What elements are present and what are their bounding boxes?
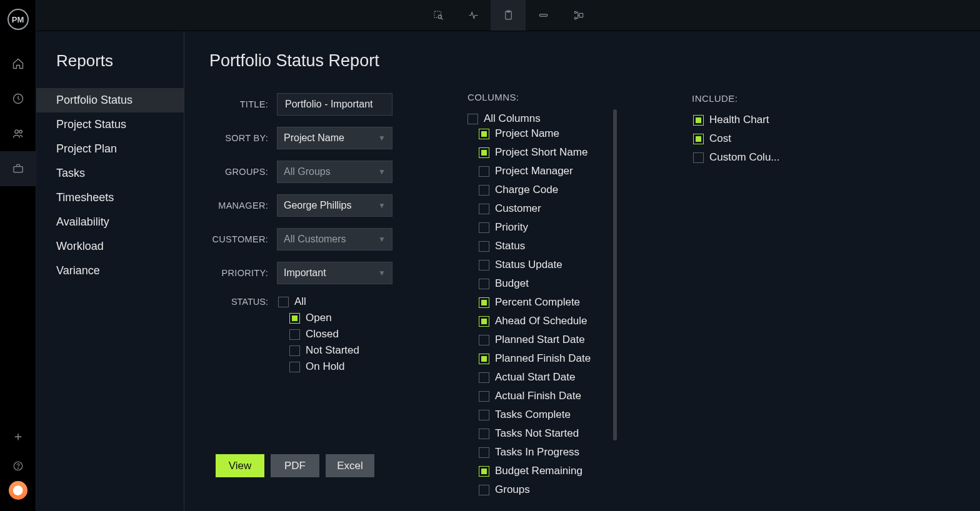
title-input[interactable] [277,93,392,116]
column-option-customer[interactable]: Customer [479,202,591,215]
top-clipboard-icon[interactable] [491,0,526,31]
columns-scrollbar[interactable] [613,109,617,499]
svg-point-1 [14,130,18,134]
column-option-tasks-in-progress[interactable]: Tasks In Progress [479,446,591,459]
column-option-planned-start-date[interactable]: Planned Start Date [479,334,591,346]
column-option-status[interactable]: Status [479,240,591,252]
checkbox-icon [289,345,300,356]
column-option-actual-start-date[interactable]: Actual Start Date [479,371,591,384]
groups-select[interactable]: All Groups▼ [277,161,392,183]
column-option-budget-remaining[interactable]: Budget Remaining [479,465,591,477]
all-columns-checkbox[interactable]: All Columns [468,112,591,125]
nav-time-icon[interactable] [0,81,36,116]
columns-header: COLUMNS: [468,92,591,102]
groups-label: GROUPS: [209,167,277,177]
column-option-budget[interactable]: Budget [479,277,591,290]
checkbox-icon [693,134,704,144]
top-search-icon[interactable] [421,0,456,31]
user-avatar[interactable] [9,481,28,500]
checkbox-icon [479,129,489,139]
top-flow-icon[interactable] [561,0,596,31]
top-attach-icon[interactable] [526,0,561,31]
column-option-priority[interactable]: Priority [479,221,591,234]
checkbox-icon [479,166,489,177]
checkbox-icon [278,297,289,307]
checkbox-icon [693,152,704,163]
column-option-tasks-not-started[interactable]: Tasks Not Started [479,427,591,440]
checkbox-icon [479,466,489,477]
status-option-not-started[interactable]: Not Started [289,344,359,357]
column-option-tasks-complete[interactable]: Tasks Complete [479,409,591,421]
status-label: STATUS: [209,295,277,307]
checkbox-icon [479,447,489,458]
excel-button[interactable]: Excel [326,454,374,477]
report-item-timesheets[interactable]: Timesheets [36,186,184,210]
manager-label: MANAGER: [209,201,277,211]
manager-select[interactable]: George Phillips▼ [277,194,392,217]
pdf-button[interactable]: PDF [271,454,319,477]
sort-label: SORT BY: [209,133,277,143]
checkbox-icon [479,391,489,402]
report-item-variance[interactable]: Variance [36,259,184,283]
column-option-status-update[interactable]: Status Update [479,259,591,271]
icon-rail: PM ＋ [0,0,36,511]
svg-rect-8 [505,11,511,19]
column-option-planned-finish-date[interactable]: Planned Finish Date [479,352,591,365]
status-option-on-hold[interactable]: On Hold [289,360,359,373]
checkbox-icon [479,222,489,233]
top-activity-icon[interactable] [456,0,491,31]
report-item-tasks[interactable]: Tasks [36,161,184,186]
report-item-availability[interactable]: Availability [36,210,184,234]
checkbox-icon [479,429,489,439]
checkbox-icon [479,485,489,495]
column-option-project-manager[interactable]: Project Manager [479,165,591,177]
page-title: Portfolio Status Report [209,51,955,71]
include-header: INCLUDE: [692,93,779,104]
column-option-ahead-of-schedule[interactable]: Ahead Of Schedule [479,315,591,327]
svg-point-2 [19,131,22,133]
column-option-actual-finish-date[interactable]: Actual Finish Date [479,390,591,402]
report-item-project-status[interactable]: Project Status [36,112,184,137]
svg-rect-3 [13,167,22,172]
column-option-charge-code[interactable]: Charge Code [479,184,591,196]
status-option-open[interactable]: Open [289,312,359,324]
customer-label: CUSTOMER: [209,234,277,244]
checkbox-icon [479,335,489,345]
report-item-workload[interactable]: Workload [36,234,184,259]
svg-rect-10 [539,14,548,16]
column-option-percent-complete[interactable]: Percent Complete [479,296,591,309]
checkbox-icon [479,147,489,158]
checkbox-icon [479,204,489,214]
report-item-portfolio-status[interactable]: Portfolio Status [36,88,184,112]
nav-help-icon[interactable] [0,451,36,481]
column-option-project-short-name[interactable]: Project Short Name [479,146,591,159]
reports-title: Reports [36,51,184,88]
report-item-project-plan[interactable]: Project Plan [36,137,184,161]
checkbox-icon [289,329,300,340]
nav-people-icon[interactable] [0,116,36,151]
include-option-custom-colu-[interactable]: Custom Colu... [693,151,779,164]
column-option-project-name[interactable]: Project Name [479,127,591,140]
checkbox-icon [479,372,489,383]
include-option-cost[interactable]: Cost [693,132,779,145]
checkbox-icon [479,410,489,420]
include-option-health-chart[interactable]: Health Chart [693,114,779,126]
nav-add-icon[interactable]: ＋ [0,421,36,451]
customer-select[interactable]: All Customers▼ [277,228,392,251]
reports-sidebar: Reports Portfolio StatusProject StatusPr… [36,31,184,511]
checkbox-icon [479,297,489,308]
sort-select[interactable]: Project Name▼ [277,127,392,149]
svg-rect-13 [579,13,583,17]
status-option-closed[interactable]: Closed [289,328,359,340]
form-column: TITLE: SORT BY: Project Name▼ GROUPS: Al… [209,93,392,477]
nav-briefcase-icon[interactable] [0,151,36,186]
view-button[interactable]: View [216,454,264,477]
status-option-all[interactable]: All [278,295,359,308]
report-config: Portfolio Status Report TITLE: SORT BY: … [184,31,980,511]
column-option-groups[interactable]: Groups [479,484,591,496]
nav-home-icon[interactable] [0,46,36,81]
priority-select[interactable]: Important▼ [277,262,392,284]
checkbox-icon [479,260,489,270]
include-section: INCLUDE: Health ChartCostCustom Colu... [692,93,779,166]
columns-section: COLUMNS: All Columns Project NameProject… [468,92,617,499]
